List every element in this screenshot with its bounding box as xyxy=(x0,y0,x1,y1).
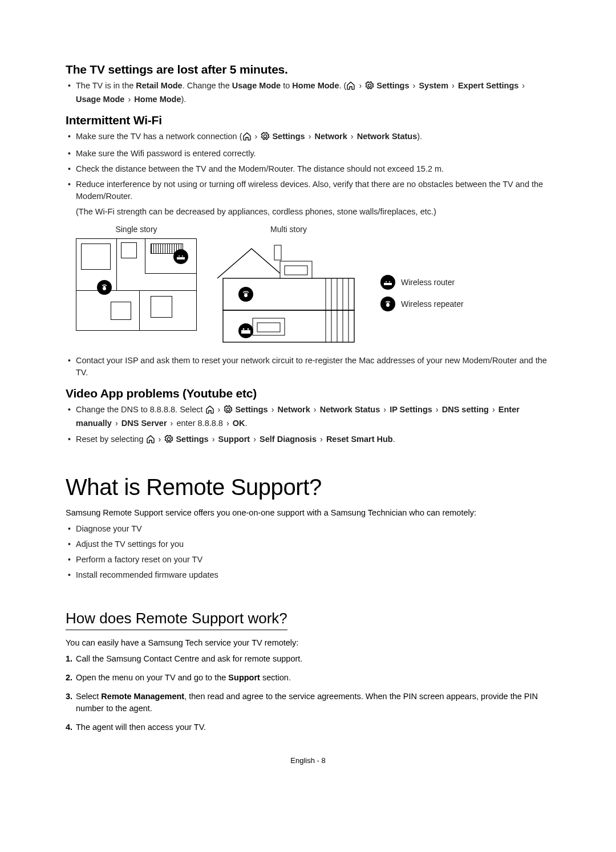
heading-tv-settings-lost: The TV settings are lost after 5 minutes… xyxy=(66,63,550,76)
svg-rect-18 xyxy=(241,330,250,334)
gear-icon xyxy=(365,81,374,94)
gear-icon xyxy=(224,405,233,417)
svg-point-20 xyxy=(248,328,249,330)
home-icon xyxy=(205,405,214,417)
step-item: Call the Samsung Contact Centre and ask … xyxy=(76,653,550,665)
page-footer: English - 8 xyxy=(66,756,550,765)
list-item: Change the DNS to 8.8.8.8. Select › Sett… xyxy=(76,404,550,429)
list-item: Diagnose your TV xyxy=(76,523,550,535)
router-icon xyxy=(380,275,395,290)
legend-label: Wireless router xyxy=(401,277,455,288)
list-item: Make sure the Wifi password is entered c… xyxy=(76,148,550,160)
how-lead: You can easily have a Samsung Tech servi… xyxy=(66,638,550,647)
list-item: Install recommended firmware updates xyxy=(76,569,550,581)
home-icon xyxy=(346,81,355,94)
gear-icon xyxy=(164,435,173,447)
manual-page: The TV settings are lost after 5 minutes… xyxy=(0,0,616,799)
svg-point-16 xyxy=(244,294,248,297)
diagram-multi-story: Multi story xyxy=(212,224,366,350)
gear-icon xyxy=(261,132,270,144)
list-item: Perform a factory reset on your TV xyxy=(76,554,550,566)
repeater-icon xyxy=(380,297,395,311)
heading-how-remote: How does Remote Support work? xyxy=(66,610,287,630)
diagram-legend: Wireless router Wireless repeater xyxy=(380,275,464,311)
home-icon xyxy=(146,435,155,447)
svg-point-21 xyxy=(386,281,387,282)
svg-point-23 xyxy=(386,303,390,307)
floorplan-illustration xyxy=(76,238,197,331)
list-item: Check the distance between the TV and th… xyxy=(76,163,550,175)
heading-video-app: Video App problems (Youtube etc) xyxy=(66,387,550,400)
list-item: Adjust the TV settings for you xyxy=(76,538,550,550)
svg-point-19 xyxy=(243,328,245,330)
svg-point-0 xyxy=(179,255,180,257)
heading-remote-support: What is Remote Support? xyxy=(66,474,550,500)
list-video-app: Change the DNS to 8.8.8.8. Select › Sett… xyxy=(66,404,550,447)
list-item: Make sure the TV has a network connectio… xyxy=(76,131,550,144)
legend-label: Wireless repeater xyxy=(401,298,464,310)
list-item: The TV is in the Retail Mode. Change the… xyxy=(76,80,550,106)
repeater-icon xyxy=(97,280,112,295)
wifi-note: (The Wi-Fi strength can be decreased by … xyxy=(76,206,550,218)
step-item: Select Remote Management, then read and … xyxy=(76,691,550,715)
svg-point-22 xyxy=(389,281,390,282)
svg-point-1 xyxy=(182,255,183,257)
multistory-illustration xyxy=(212,238,366,350)
home-icon xyxy=(242,132,252,144)
remote-lead: Samsung Remote Support service offers yo… xyxy=(66,508,550,517)
list-wifi: Make sure the TV has a network connectio… xyxy=(66,131,550,379)
svg-rect-3 xyxy=(274,245,281,260)
heading-intermittent-wifi: Intermittent Wi-Fi xyxy=(66,113,550,127)
list-item: Contact your ISP and ask them to reset y… xyxy=(76,355,550,379)
list-item: Reduce interference by not using or turn… xyxy=(76,178,550,350)
svg-point-2 xyxy=(103,287,106,290)
list-remote: Diagnose your TV Adjust the TV settings … xyxy=(66,523,550,581)
list-how-steps: Call the Samsung Contact Centre and ask … xyxy=(66,653,550,733)
step-item: The agent will then access your TV. xyxy=(76,721,550,733)
step-item: Open the menu on your TV and go to the S… xyxy=(76,672,550,684)
diagram-single-story: Single story xyxy=(76,224,197,331)
list-tv-settings-lost: The TV is in the Retail Mode. Change the… xyxy=(66,80,550,106)
list-item: Reset by selecting › Settings › Support … xyxy=(76,433,550,447)
